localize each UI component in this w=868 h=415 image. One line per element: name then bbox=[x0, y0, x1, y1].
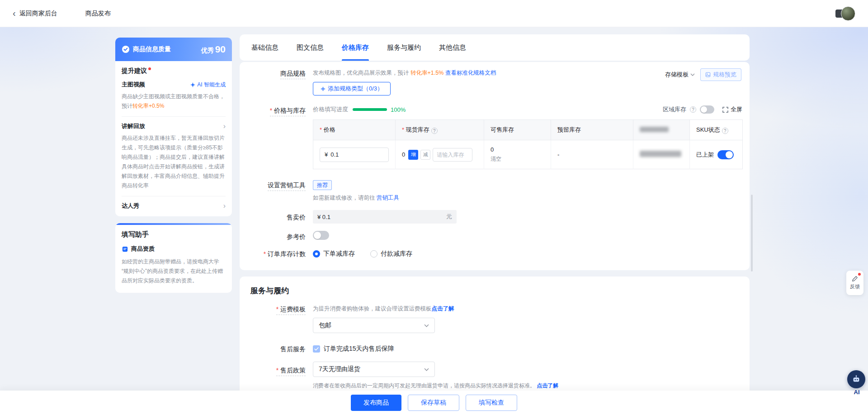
robot-icon bbox=[847, 370, 865, 388]
suggestion-item-replay[interactable]: 讲解回放 › bbox=[122, 122, 226, 130]
quality-number: 90 bbox=[215, 44, 226, 55]
suggestion-talent-title: 达人秀 bbox=[122, 202, 139, 210]
tab-service[interactable]: 服务与履约 bbox=[387, 34, 421, 61]
add-spec-type-button[interactable]: 添加规格类型（0/3） bbox=[313, 82, 391, 95]
price-progress-line: 价格填写进度 100% 区域库存 ? 全屏 bbox=[313, 105, 742, 114]
aftersale-label-wrap: 售后服务 bbox=[247, 344, 306, 353]
tab-price-stock[interactable]: 价格库存 bbox=[342, 34, 369, 61]
fullscreen-label: 全屏 bbox=[731, 105, 742, 114]
suggestions-title: 提升建议 bbox=[122, 67, 147, 75]
freight-template-select[interactable]: 包邮 bbox=[313, 318, 435, 333]
sparkle-icon bbox=[190, 82, 195, 87]
back-button[interactable]: ‹ 返回商家后台 bbox=[13, 10, 57, 18]
ref-price-toggle[interactable] bbox=[313, 231, 329, 240]
cell-stock: 0 增 减 bbox=[396, 140, 484, 169]
cell-redacted bbox=[633, 140, 690, 169]
sku-table-header-row: 价格 现货库存? 可售库存 预留库存 SKU状态? bbox=[313, 120, 743, 140]
page-title: 商品发布 bbox=[85, 10, 111, 18]
policy-control: 7天无理由退货 消费者在签收商品后的一定周期内可发起无理由退货申请，请按商品实际… bbox=[313, 362, 742, 390]
chevron-right-icon: › bbox=[223, 202, 226, 210]
stock-help-icon[interactable]: ? bbox=[431, 128, 438, 134]
feedback-button[interactable]: 反馈 bbox=[846, 271, 863, 295]
radio-checked-icon bbox=[313, 250, 320, 258]
stock-decrease-button[interactable]: 减 bbox=[420, 150, 430, 160]
stock-count-options: 下单减库存 付款减库存 bbox=[313, 250, 742, 258]
helper-section-row: 商品资质 bbox=[122, 245, 226, 253]
recommend-tag[interactable]: 推荐 bbox=[313, 180, 332, 190]
save-draft-button[interactable]: 保存草稿 bbox=[408, 395, 459, 411]
col-header-redacted bbox=[633, 120, 690, 140]
status-help-icon[interactable]: ? bbox=[722, 128, 728, 134]
spec-actions: 存储模板 规格预览 bbox=[665, 68, 741, 81]
store-template-label: 存储模板 bbox=[665, 71, 689, 79]
plus-icon bbox=[321, 86, 326, 91]
price-input-box: ¥ bbox=[320, 148, 389, 162]
sale-price-control: ¥ 0.1 元 bbox=[313, 210, 742, 224]
service-title: 服务与履约 bbox=[250, 286, 742, 296]
stock-count-label: 订单库存计数 bbox=[264, 249, 306, 258]
col-header-reserved: 预留库存 bbox=[551, 120, 633, 140]
store-template-button[interactable]: 存储模板 bbox=[665, 71, 695, 79]
ai-label: AI bbox=[847, 389, 866, 396]
suggestion-item-talent[interactable]: 达人秀 › bbox=[122, 202, 226, 210]
stock-increase-button[interactable]: 增 bbox=[408, 150, 418, 160]
radio-order-reduce[interactable]: 下单减库存 bbox=[313, 250, 355, 258]
publish-button[interactable]: 发布商品 bbox=[351, 395, 401, 411]
price-stock-control: 价格填写进度 100% 区域库存 ? 全屏 bbox=[313, 105, 742, 169]
book-icon bbox=[122, 246, 128, 253]
quality-score: 优秀 90 bbox=[201, 44, 226, 55]
freight-control: 为提升消费者购物体验，建议合理设置运费模板点击了解 包邮 bbox=[313, 304, 742, 333]
ai-generate-button[interactable]: AI 智能生成 bbox=[190, 81, 226, 89]
marketing-tools-link[interactable]: 营销工具 bbox=[377, 195, 399, 201]
ref-price-control bbox=[313, 231, 742, 242]
freight-template-value: 包邮 bbox=[319, 321, 331, 329]
helper-desc: 如经营的主商品附带赠品，请按电商大学“规则中心”的商品资质要求，在此处上传赠品所… bbox=[122, 257, 226, 286]
stock-count-label-wrap: 订单库存计数 bbox=[247, 249, 306, 258]
aftersale-control: 订单完成15天内售后保障 bbox=[313, 345, 742, 353]
freight-label-wrap: 运费模板 bbox=[247, 304, 306, 315]
ai-assistant-button[interactable]: AI bbox=[847, 370, 866, 396]
price-stock-panel: 存储模板 规格预览 商品规格 发布规格图，优化商品展示效果，预计 转化率+1.5… bbox=[240, 62, 750, 270]
spec-label: 商品规格 bbox=[280, 69, 306, 79]
policy-hint: 消费者在签收商品后的一定周期内可发起无理由退货申请，请按商品实际情况选择退货标准… bbox=[313, 382, 742, 390]
fullscreen-button[interactable]: 全屏 bbox=[722, 105, 742, 114]
sale-price-value: ¥ 0.1 bbox=[317, 214, 330, 220]
check-form-button[interactable]: 填写检查 bbox=[466, 395, 517, 411]
tab-other[interactable]: 其他信息 bbox=[439, 34, 466, 61]
toggle-knob bbox=[726, 151, 733, 158]
avatar[interactable] bbox=[841, 6, 855, 21]
spec-doc-link[interactable]: 查看标准化规格文档 bbox=[445, 70, 496, 76]
form-row-aftersale: 售后服务 订单完成15天内售后保障 bbox=[247, 344, 742, 353]
sku-status-toggle[interactable] bbox=[717, 150, 734, 159]
stock-input[interactable] bbox=[433, 148, 472, 162]
check-icon bbox=[314, 347, 319, 351]
price-input[interactable] bbox=[330, 151, 384, 158]
ref-price-label: 参考价 bbox=[287, 232, 306, 241]
region-stock-toggle[interactable] bbox=[700, 105, 714, 114]
suggestions-header: 提升建议 bbox=[122, 67, 226, 75]
region-stock-group: 区域库存 ? 全屏 bbox=[663, 105, 742, 114]
check-circle-icon bbox=[122, 45, 130, 53]
col-header-status: SKU状态? bbox=[690, 120, 743, 140]
radio-payment-reduce[interactable]: 付款减库存 bbox=[370, 250, 412, 258]
radio-unchecked-icon bbox=[370, 250, 377, 258]
ai-generate-label: AI 智能生成 bbox=[197, 81, 226, 89]
service-panel: 服务与履约 运费模板 为提升消费者购物体验，建议合理设置运费模板点击了解 包邮 bbox=[240, 277, 750, 403]
spec-preview-button[interactable]: 规格预览 bbox=[700, 68, 741, 81]
aftersale-checkbox[interactable] bbox=[313, 345, 320, 353]
clear-stock-link[interactable]: 清空 bbox=[491, 155, 544, 163]
spec-hint-text: 发布规格图，优化商品展示效果，预计 bbox=[313, 70, 410, 76]
region-help-icon[interactable]: ? bbox=[690, 106, 696, 113]
scrollbar-thumb[interactable] bbox=[751, 195, 753, 272]
stock-current-value: 0 bbox=[402, 151, 405, 158]
status-label: 已上架 bbox=[696, 151, 714, 159]
policy-learn-link[interactable]: 点击了解 bbox=[537, 382, 558, 389]
policy-value: 7天无理由退货 bbox=[319, 365, 360, 373]
suggestion-replay-title: 讲解回放 bbox=[122, 122, 145, 130]
cell-status: 已上架 bbox=[690, 140, 743, 169]
policy-select[interactable]: 7天无理由退货 bbox=[313, 362, 435, 377]
redacted-text bbox=[640, 151, 681, 157]
tab-basic-info[interactable]: 基础信息 bbox=[251, 34, 278, 61]
freight-learn-link[interactable]: 点击了解 bbox=[432, 305, 454, 312]
tab-media-info[interactable]: 图文信息 bbox=[297, 34, 324, 61]
